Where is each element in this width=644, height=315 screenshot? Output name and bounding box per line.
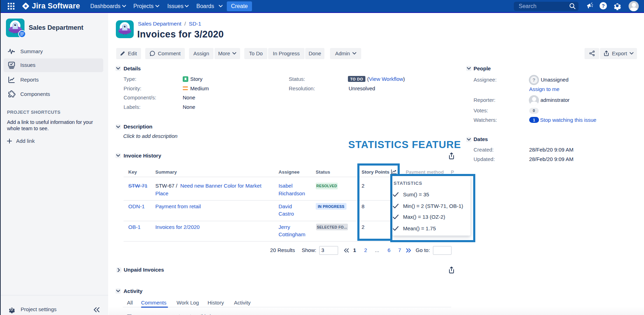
- svg-text:?: ?: [602, 3, 605, 9]
